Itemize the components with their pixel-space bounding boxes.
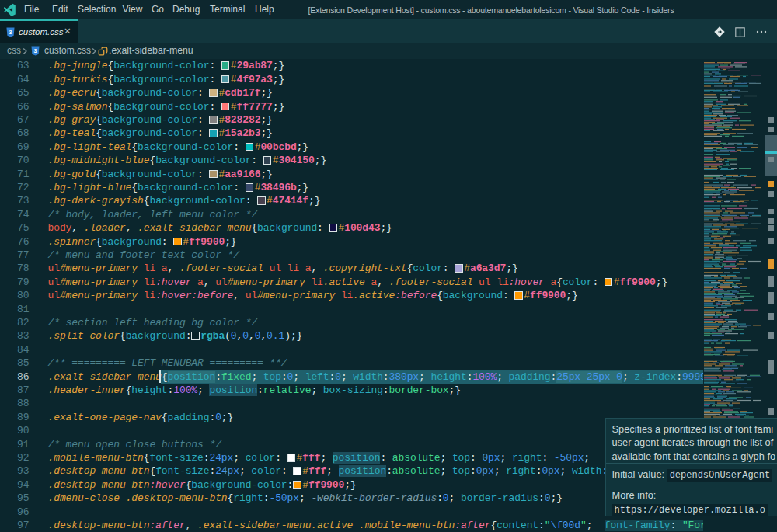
svg-text:3: 3 xyxy=(9,30,12,35)
svg-text:3: 3 xyxy=(34,48,37,54)
